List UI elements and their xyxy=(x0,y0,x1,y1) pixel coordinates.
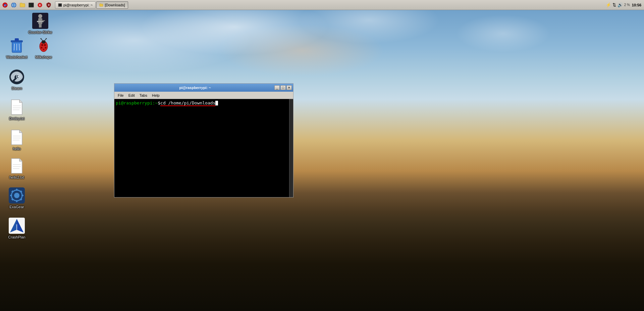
network-icon[interactable]: ⇅ xyxy=(612,2,616,7)
terminal-controls: _ □ ✕ xyxy=(274,85,292,90)
svg-text:>_: >_ xyxy=(30,3,32,6)
milkshape-icon xyxy=(36,38,52,54)
counter-strike-label: Counter-Strike xyxy=(29,30,52,34)
system-tray: ⚡ ⇅ 🔊 2 % xyxy=(606,2,630,7)
terminal-cursor xyxy=(215,101,218,105)
steam-label: Steam xyxy=(11,86,22,90)
terminal-prompt-line: pi@raspberrypi:~ $ cd /home/pi/Downloads xyxy=(116,100,288,105)
svg-point-36 xyxy=(46,38,47,39)
desktop-icon-counter-strike[interactable]: Counter-Strike xyxy=(27,13,54,34)
svg-point-32 xyxy=(42,40,46,44)
terminal-menu-file[interactable]: File xyxy=(116,93,126,98)
desktop-icon-wastebasket[interactable]: Wastebasket xyxy=(3,38,30,59)
terminal-menu-help[interactable]: Help xyxy=(150,93,162,98)
desktop-icon-hello[interactable]: hello xyxy=(3,129,30,151)
hello2-txt-icon xyxy=(9,158,25,174)
hello2-txt-label: hello2.txt xyxy=(9,175,24,179)
taskbar-raspbian-icon[interactable]: R xyxy=(36,1,44,9)
terminal-body[interactable]: pi@raspberrypi:~ $ cd /home/pi/Downloads xyxy=(114,99,289,197)
terminal-title: pi@raspberrypi: ~ xyxy=(116,86,274,90)
taskbar-globe-icon[interactable] xyxy=(10,1,17,9)
counter-strike-icon xyxy=(32,13,48,29)
crashplan-icon xyxy=(9,218,25,234)
taskbar: 🫐 >_ xyxy=(0,0,644,10)
clock: 10:56 xyxy=(632,3,641,7)
desktop-icon-steam[interactable]: Steam xyxy=(3,69,30,90)
terminal-maximize-button[interactable]: □ xyxy=(280,85,286,90)
terminal-window: pi@raspberrypi: ~ _ □ ✕ File Edit Tabs H… xyxy=(114,83,293,197)
svg-point-13 xyxy=(38,14,42,18)
svg-rect-53 xyxy=(16,200,17,202)
svg-point-39 xyxy=(17,76,19,78)
svg-point-51 xyxy=(14,193,19,198)
taskbar-terminal-icon[interactable]: >_ xyxy=(28,1,35,9)
svg-rect-55 xyxy=(21,195,23,196)
milkshape-label: Milkshape xyxy=(35,55,52,59)
taskbar-right: ⚡ ⇅ 🔊 2 % 10:56 xyxy=(606,2,644,7)
wastebasket-icon xyxy=(9,38,25,54)
desktop-icon-exagear[interactable]: ExaGear xyxy=(3,187,30,209)
svg-point-29 xyxy=(41,47,43,49)
svg-rect-52 xyxy=(16,189,17,191)
svg-point-35 xyxy=(41,38,42,39)
terminal-menubar: File Edit Tabs Help xyxy=(114,92,293,99)
wastebasket-label: Wastebasket xyxy=(6,55,27,59)
terminal-close-button[interactable]: ✕ xyxy=(286,85,292,90)
hello-label: hello xyxy=(13,147,20,151)
taskbar-window-downloads[interactable]: [Downloads] xyxy=(96,1,128,9)
terminal-prompt-user: pi@raspberrypi:~ xyxy=(116,100,158,105)
svg-point-27 xyxy=(41,44,43,46)
svg-point-28 xyxy=(44,44,46,46)
svg-line-22 xyxy=(14,44,14,50)
exagear-icon xyxy=(9,187,25,204)
desktop-icon-crashplan[interactable]: CrashPlan xyxy=(3,218,30,239)
dmitry-txt-icon xyxy=(9,99,25,115)
svg-point-31 xyxy=(43,49,44,50)
svg-line-24 xyxy=(19,44,19,50)
svg-text:R: R xyxy=(39,4,41,6)
bluetooth-icon[interactable]: ⚡ xyxy=(606,2,611,7)
exagear-label: ExaGear xyxy=(9,205,24,209)
svg-text:✱: ✱ xyxy=(48,4,50,6)
taskbar-raspberry-icon[interactable]: 🫐 xyxy=(1,1,9,9)
svg-point-30 xyxy=(45,47,47,49)
hello-icon xyxy=(9,129,25,145)
svg-rect-54 xyxy=(10,195,12,196)
terminal-minimize-button[interactable]: _ xyxy=(274,85,280,90)
taskbar-folder-icon[interactable] xyxy=(19,1,26,9)
terminal-command: cd /home/pi/Downloads xyxy=(160,100,218,105)
desktop-icon-milkshape[interactable]: Milkshape xyxy=(30,38,57,59)
steam-icon xyxy=(9,69,25,85)
volume-icon[interactable]: 🔊 xyxy=(618,2,623,7)
dmitry-txt-label: Dmitry.txt xyxy=(9,117,24,121)
cpu-indicator: 2 % xyxy=(624,3,630,7)
svg-rect-21 xyxy=(15,38,19,41)
taskbar-window-terminal-home[interactable]: pi@raspberrypi: ~ xyxy=(55,1,96,9)
svg-rect-16 xyxy=(42,20,45,21)
svg-rect-18 xyxy=(40,24,42,28)
terminal-titlebar[interactable]: pi@raspberrypi: ~ _ □ ✕ xyxy=(114,84,293,92)
taskbar-shield-icon[interactable]: ✱ xyxy=(45,1,52,9)
svg-rect-17 xyxy=(39,24,40,28)
crashplan-label: CrashPlan xyxy=(8,235,25,239)
svg-text:🫐: 🫐 xyxy=(4,4,7,7)
taskbar-windows: pi@raspberrypi: ~ [Downloads] xyxy=(55,1,128,9)
terminal-menu-tabs[interactable]: Tabs xyxy=(138,93,149,98)
terminal-main: pi@raspberrypi:~ $ cd /home/pi/Downloads xyxy=(114,99,293,197)
terminal-scrollbar[interactable] xyxy=(289,99,293,197)
desktop-icon-dmitry-txt[interactable]: Dmitry.txt xyxy=(3,99,30,121)
taskbar-left: 🫐 >_ xyxy=(0,1,128,9)
terminal-menu-edit[interactable]: Edit xyxy=(126,93,137,98)
svg-rect-11 xyxy=(58,3,62,6)
terminal-prompt-dollar: $ xyxy=(158,100,160,105)
desktop-icon-hello2-txt[interactable]: hello2.txt xyxy=(3,158,30,179)
